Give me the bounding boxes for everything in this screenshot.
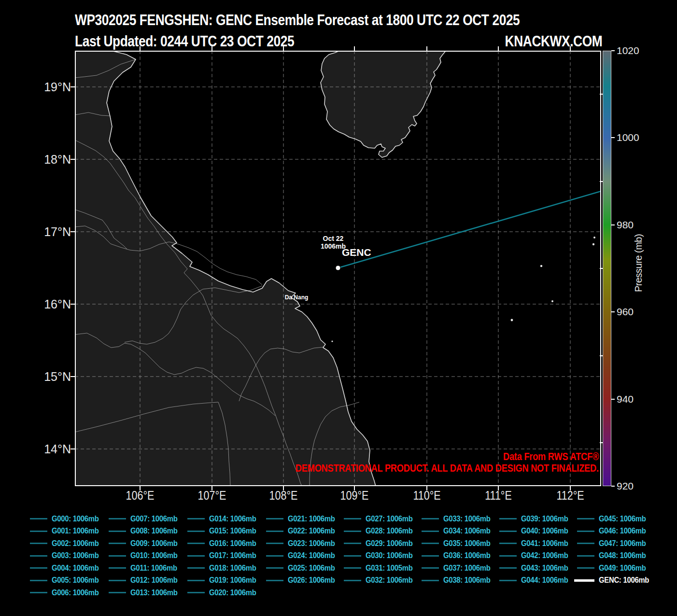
legend-line-swatch	[344, 555, 361, 557]
y-axis-tick-label: 18°N	[28, 153, 71, 167]
legend-entry: G023: 1006mb	[266, 537, 338, 550]
legend-member-label: G024: 1006mb	[288, 551, 335, 560]
legend-member-label: G032: 1006mb	[366, 576, 413, 585]
legend-member-label: G008: 1006mb	[130, 527, 178, 535]
legend-column: G039: 1006mbG040: 1006mbG041: 1006mbG042…	[499, 513, 572, 587]
x-axis-tickmark	[212, 486, 212, 490]
legend-line-swatch	[109, 531, 126, 532]
legend-entry: G027: 1006mb	[344, 513, 416, 525]
genc-position-dot	[336, 266, 340, 270]
legend-line-swatch	[499, 518, 517, 519]
colorbar-minor-tickmark	[600, 442, 603, 443]
legend-entry: G008: 1006mb	[109, 525, 181, 538]
legend-entry: G039: 1006mb	[499, 513, 572, 525]
legend-line-swatch	[344, 518, 361, 519]
legend-line-swatch	[499, 567, 517, 569]
genc-track-line	[338, 191, 601, 268]
map-canvas: Oct 22 1006mb GENC Da Nang	[75, 51, 601, 486]
legend-line-swatch	[577, 543, 594, 544]
weather-map-product: WP302025 FENGSHEN: GENC Ensemble Forecas…	[0, 0, 677, 616]
legend-line-swatch	[574, 579, 594, 582]
legend-line-swatch	[109, 567, 126, 569]
legend-member-label: G035: 1006mb	[443, 539, 491, 548]
island-dot	[511, 319, 513, 322]
legend-entry: G040: 1006mb	[499, 525, 572, 538]
legend-line-swatch	[422, 531, 439, 532]
legend-member-label: G000: 1006mb	[52, 515, 99, 523]
legend-member-label: G046: 1006mb	[599, 527, 646, 535]
legend-column: G000: 1006mbG001: 1006mbG002: 1006mbG003…	[30, 513, 102, 599]
legend-column: G045: 1006mbG046: 1006mbG047: 1006mbG048…	[577, 513, 653, 587]
legend-line-swatch	[30, 592, 47, 593]
x-axis-tick-label: 110°E	[402, 489, 451, 503]
legend-member-label: G036: 1006mb	[443, 551, 491, 560]
brand-logo: KNACKWX.COM	[505, 33, 602, 50]
legend-entry: G037: 1006mb	[422, 562, 494, 574]
legend-member-label: G049: 1006mb	[599, 564, 646, 573]
legend-member-label: G018: 1006mb	[209, 564, 256, 573]
legend-member-label: G047: 1006mb	[599, 539, 646, 548]
legend-member-label: G002: 1006mb	[52, 539, 99, 548]
disclaimer-notice: DEMONSTRATIONAL PRODUCT. ALL DATA AND DE…	[296, 462, 599, 475]
legend-member-label: G041: 1006mb	[521, 539, 568, 548]
legend-member-label: G003: 1006mb	[52, 551, 99, 560]
legend-member-label: G021: 1006mb	[288, 515, 335, 523]
island-dot	[551, 300, 553, 302]
x-axis-tick-label: 106°E	[115, 489, 165, 503]
legend-line-swatch	[344, 531, 361, 532]
legend-member-label: G007: 1006mb	[130, 515, 178, 523]
legend-entry: G009: 1006mb	[109, 537, 181, 550]
legend-member-label: G011: 1006mb	[130, 564, 177, 573]
legend-member-label: G034: 1006mb	[443, 527, 491, 535]
legend-member-label: G030: 1006mb	[366, 551, 413, 560]
y-axis-tick-label: 17°N	[28, 225, 71, 239]
x-axis-tickmark	[354, 486, 355, 490]
city-label-da-nang: Da Nang	[285, 294, 309, 301]
legend-entry: G024: 1006mb	[266, 550, 338, 562]
legend-member-label: G033: 1006mb	[443, 515, 491, 523]
y-axis-tick-label: 19°N	[28, 80, 71, 94]
legend-entry: G036: 1006mb	[422, 550, 494, 562]
legend-member-label: G026: 1006mb	[288, 576, 335, 585]
legend-entry: G035: 1006mb	[422, 537, 494, 550]
colorbar-minor-tickmark	[600, 355, 603, 356]
colorbar-minor-tickmark	[600, 94, 603, 95]
colorbar-tick-label: 1020	[617, 45, 639, 56]
x-axis-tickmark	[498, 486, 499, 490]
x-axis-tickmark	[283, 486, 284, 490]
legend-line-swatch	[187, 518, 205, 519]
legend-entry: G016: 1006mb	[187, 537, 260, 550]
legend-member-label: G009: 1006mb	[130, 539, 178, 548]
y-axis-tick-label: 15°N	[28, 370, 71, 384]
legend-line-swatch	[422, 543, 439, 544]
legend-line-swatch	[266, 531, 283, 532]
y-axis-tick-label: 14°N	[28, 442, 71, 456]
legend-line-swatch	[344, 543, 361, 544]
legend-entry: G018: 1006mb	[187, 562, 260, 574]
y-axis-tickmark	[71, 231, 75, 232]
legend-line-swatch	[187, 580, 205, 581]
island-dot	[540, 265, 542, 267]
legend-entry-genc: GENC: 1006mb	[577, 574, 653, 587]
legend-entry: G017: 1006mb	[187, 550, 260, 562]
legend-entry: G028: 1006mb	[344, 525, 416, 538]
legend-member-label: G043: 1006mb	[521, 564, 568, 573]
legend-line-swatch	[109, 580, 126, 581]
legend-member-label: G014: 1006mb	[209, 515, 256, 523]
legend-entry: G043: 1006mb	[499, 562, 572, 574]
legend-entry: G038: 1006mb	[422, 574, 494, 587]
legend-entry: G041: 1006mb	[499, 537, 572, 550]
legend-entry: G012: 1006mb	[109, 574, 181, 587]
track-name-label: GENC	[342, 247, 371, 258]
legend-line-swatch	[30, 567, 47, 569]
legend-member-label: G017: 1006mb	[209, 551, 256, 560]
legend-entry: G002: 1006mb	[30, 537, 102, 550]
legend-member-label: G039: 1006mb	[521, 515, 568, 523]
legend-line-swatch	[422, 555, 439, 557]
x-axis-tickmark	[570, 486, 571, 490]
legend-entry: G007: 1006mb	[109, 513, 181, 525]
x-axis-tickmark-top	[498, 46, 499, 51]
legend-member-label: G019: 1006mb	[209, 576, 256, 585]
y-axis-tickmark	[71, 86, 75, 87]
forecast-map: Oct 22 1006mb GENC Da Nang	[75, 51, 601, 486]
